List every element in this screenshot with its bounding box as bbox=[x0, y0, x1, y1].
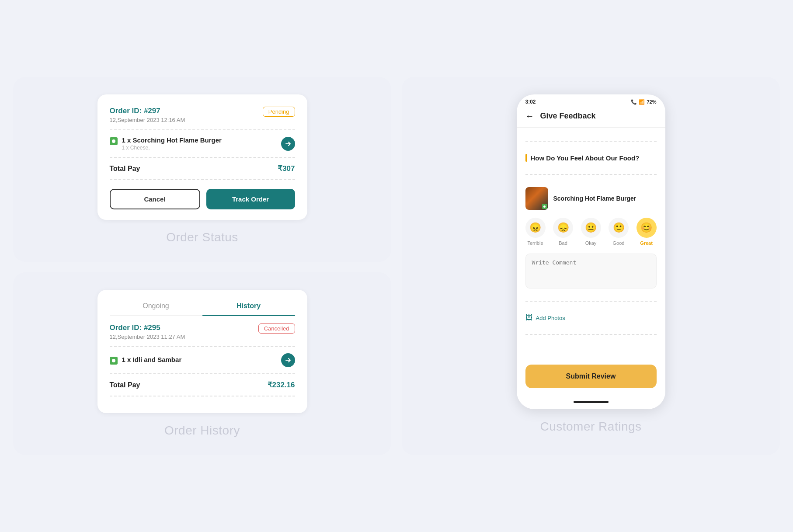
main-container: Order ID: #297 12,September 2023 12:16 A… bbox=[13, 77, 780, 455]
history-item-row: 1 x Idli and Sambar bbox=[110, 353, 295, 367]
total-row: Total Pay ₹307 bbox=[110, 164, 295, 173]
content-divider-4 bbox=[525, 334, 657, 335]
order-id: Order ID: #297 bbox=[110, 107, 185, 115]
okay-emoji: 😐 bbox=[581, 218, 601, 238]
phone-content: How Do You Feel About Our Food? Scorchin… bbox=[517, 128, 665, 365]
history-item-arrow-btn[interactable] bbox=[281, 353, 295, 367]
order-date: 12,September 2023 12:16 AM bbox=[110, 117, 185, 123]
phone-header: ← Give Feedback bbox=[517, 108, 665, 128]
history-total-row: Total Pay ₹232.16 bbox=[110, 380, 295, 389]
order-history-panel: Ongoing History Order ID: #295 12,Septem… bbox=[13, 272, 391, 455]
add-photos-row[interactable]: 🖼 Add Photos bbox=[525, 314, 657, 322]
divider-1 bbox=[110, 129, 295, 130]
history-divider-2 bbox=[110, 373, 295, 374]
item-text: 1 x Scorching Hot Flame Burger 1 x Chees… bbox=[122, 136, 222, 151]
cancel-button[interactable]: Cancel bbox=[110, 189, 200, 209]
divider-2 bbox=[110, 157, 295, 158]
status-icons: 📞 📶 72% bbox=[631, 99, 656, 105]
rating-great[interactable]: 😊 Great bbox=[636, 218, 657, 246]
history-total-label: Total Pay bbox=[110, 381, 140, 389]
order-history-label: Order History bbox=[164, 424, 240, 438]
total-amount: ₹307 bbox=[278, 164, 295, 173]
rating-bad[interactable]: 😞 Bad bbox=[553, 218, 573, 246]
phone-home-bar bbox=[517, 397, 665, 409]
bad-emoji: 😞 bbox=[553, 218, 573, 238]
food-item-name: Scorching Hot Flame Burger bbox=[553, 195, 636, 202]
good-emoji: 🙂 bbox=[609, 218, 629, 238]
action-buttons: Cancel Track Order bbox=[110, 189, 295, 209]
battery-label: 72% bbox=[647, 99, 656, 104]
terrible-emoji: 😠 bbox=[525, 218, 546, 238]
history-order-date: 12,September 2023 11:27 AM bbox=[110, 334, 185, 340]
history-item-dot-icon bbox=[110, 357, 118, 365]
food-item-row: Scorching Hot Flame Burger bbox=[525, 187, 657, 210]
back-button[interactable]: ← bbox=[525, 111, 534, 121]
order-status-label: Order Status bbox=[166, 230, 238, 244]
track-order-button[interactable]: Track Order bbox=[206, 189, 295, 209]
comment-textarea[interactable] bbox=[525, 254, 657, 289]
phone-mockup: 3:02 📞 📶 72% ← Give Feedback How Do You … bbox=[517, 94, 665, 409]
history-total-amount: ₹232.16 bbox=[268, 380, 295, 389]
phone-status-bar: 3:02 📞 📶 72% bbox=[517, 94, 665, 108]
content-divider-3 bbox=[525, 301, 657, 302]
submit-review-button[interactable]: Submit Review bbox=[525, 365, 657, 388]
divider-3 bbox=[110, 179, 295, 180]
customer-ratings-panel: 3:02 📞 📶 72% ← Give Feedback How Do You … bbox=[402, 77, 780, 455]
rating-row: 😠 Terrible 😞 Bad 😐 Okay 🙂 Good bbox=[525, 218, 657, 246]
total-label: Total Pay bbox=[110, 165, 140, 173]
history-item-info: 1 x Idli and Sambar bbox=[110, 356, 182, 365]
great-label: Great bbox=[640, 240, 653, 246]
tab-history[interactable]: History bbox=[202, 302, 295, 315]
order-status-card: Order ID: #297 12,September 2023 12:16 A… bbox=[97, 94, 307, 220]
great-emoji: 😊 bbox=[636, 218, 657, 238]
rating-good[interactable]: 🙂 Good bbox=[609, 218, 629, 246]
item-sub: 1 x Cheese, bbox=[122, 145, 222, 151]
section-title: How Do You Feel About Our Food? bbox=[525, 154, 657, 162]
rating-terrible[interactable]: 😠 Terrible bbox=[525, 218, 546, 246]
tab-ongoing[interactable]: Ongoing bbox=[110, 302, 202, 315]
bad-label: Bad bbox=[559, 240, 567, 246]
rating-okay[interactable]: 😐 Okay bbox=[581, 218, 601, 246]
order-status-panel: Order ID: #297 12,September 2023 12:16 A… bbox=[13, 77, 391, 262]
item-row: 1 x Scorching Hot Flame Burger 1 x Chees… bbox=[110, 136, 295, 151]
content-divider-top bbox=[525, 141, 657, 142]
home-bar-indicator bbox=[574, 401, 609, 403]
call-icon: 📞 bbox=[631, 99, 637, 105]
image-icon: 🖼 bbox=[525, 314, 532, 322]
history-order-id: Order ID: #295 bbox=[110, 323, 185, 332]
content-divider-2 bbox=[525, 174, 657, 175]
wifi-icon: 📶 bbox=[639, 99, 645, 105]
terrible-label: Terrible bbox=[527, 240, 543, 246]
item-name: 1 x Scorching Hot Flame Burger bbox=[122, 136, 222, 144]
item-dot-icon bbox=[110, 137, 118, 145]
tabs: Ongoing History bbox=[110, 302, 295, 316]
food-dot-icon bbox=[542, 204, 547, 209]
status-badge-cancelled: Cancelled bbox=[258, 323, 295, 334]
feedback-title: Give Feedback bbox=[540, 111, 596, 121]
submit-area: Submit Review bbox=[517, 365, 665, 397]
status-badge-pending: Pending bbox=[263, 107, 295, 117]
item-info: 1 x Scorching Hot Flame Burger 1 x Chees… bbox=[110, 136, 222, 151]
customer-ratings-label: Customer Ratings bbox=[540, 420, 641, 434]
history-order-id-block: Order ID: #295 12,September 2023 11:27 A… bbox=[110, 323, 185, 340]
order-header: Order ID: #297 12,September 2023 12:16 A… bbox=[110, 107, 295, 123]
history-order-header: Order ID: #295 12,September 2023 11:27 A… bbox=[110, 323, 295, 340]
order-id-block: Order ID: #297 12,September 2023 12:16 A… bbox=[110, 107, 185, 123]
good-label: Good bbox=[613, 240, 625, 246]
item-arrow-btn[interactable] bbox=[281, 137, 295, 151]
add-photos-label: Add Photos bbox=[536, 315, 565, 321]
history-divider-1 bbox=[110, 346, 295, 347]
food-thumbnail bbox=[525, 187, 548, 210]
okay-label: Okay bbox=[585, 240, 597, 246]
order-history-card: Ongoing History Order ID: #295 12,Septem… bbox=[97, 290, 307, 413]
status-time: 3:02 bbox=[525, 99, 536, 105]
history-divider-3 bbox=[110, 396, 295, 396]
history-item-name: 1 x Idli and Sambar bbox=[122, 356, 182, 363]
